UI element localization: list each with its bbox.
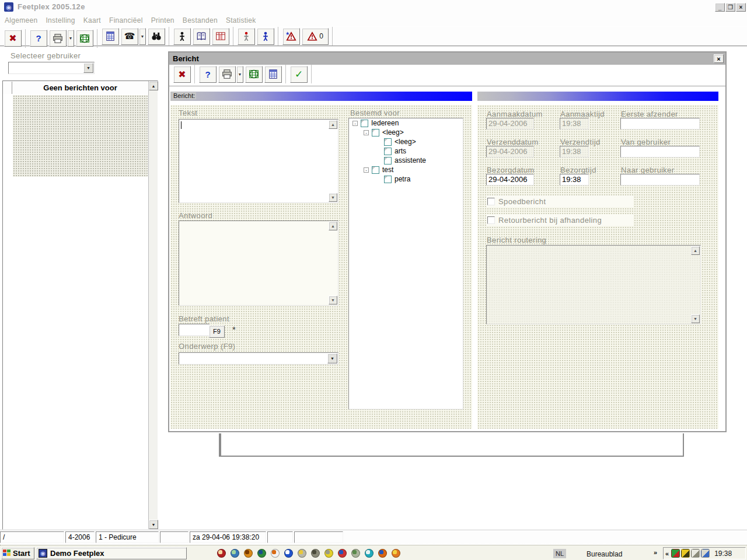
tree-item-leeg[interactable]: -<leeg> [349, 128, 463, 137]
user-combobox[interactable]: ▼ [8, 62, 95, 74]
help-button[interactable]: ? [199, 66, 217, 83]
language-indicator[interactable]: NL [553, 549, 566, 558]
bezorgdatum-field[interactable]: 29-04-2006 [486, 174, 534, 186]
person-blue-button[interactable] [257, 28, 274, 45]
table-button[interactable] [212, 28, 229, 45]
onderwerp-combobox[interactable]: ▼ [179, 352, 338, 365]
tree-item-arts[interactable]: arts [349, 146, 463, 156]
retourbericht-checkbox[interactable] [487, 216, 495, 224]
menu-item-statistiek[interactable]: Statistiek [226, 16, 256, 24]
exit-button[interactable]: ✖ [173, 66, 191, 83]
quicklaunch-icon-3[interactable] [244, 549, 253, 558]
tray-display-icon[interactable] [701, 549, 710, 558]
person-status-button[interactable] [238, 28, 255, 45]
desktop-toolbar-label[interactable]: Bureaublad [587, 550, 622, 558]
phone-button[interactable]: ☎ [121, 28, 138, 45]
chevron-left-icon[interactable]: « [665, 550, 669, 557]
scroll-up-icon[interactable]: ▲ [691, 246, 700, 255]
spoedbericht-checkbox[interactable] [487, 198, 495, 205]
quicklaunch-icon-9[interactable] [324, 549, 333, 558]
quicklaunch-icon-5[interactable] [271, 549, 280, 558]
chevron-down-icon[interactable]: ▼ [67, 30, 74, 47]
grid-button[interactable] [76, 30, 93, 47]
tree-collapse-icon[interactable]: - [352, 121, 358, 126]
tree-collapse-icon[interactable]: - [364, 130, 369, 135]
calc-button[interactable] [102, 28, 119, 45]
quicklaunch-icon-11[interactable] [351, 549, 360, 558]
scroll-up-icon[interactable]: ▲ [149, 81, 158, 90]
book-button[interactable] [193, 28, 210, 45]
tree-item-petra[interactable]: petra [349, 174, 463, 184]
tree-item-iedereen[interactable]: -Iedereen [349, 118, 463, 128]
naar-gebruiker-field[interactable] [620, 174, 700, 186]
start-button[interactable]: Start [1, 547, 34, 559]
quicklaunch-icon-4[interactable] [257, 549, 266, 558]
person-button[interactable] [173, 28, 191, 45]
menu-item-kaart[interactable]: Kaart [83, 16, 101, 24]
quicklaunch-icon-7[interactable] [298, 549, 306, 558]
chevron-down-icon[interactable]: ▼ [327, 354, 337, 363]
quicklaunch-icon-12[interactable] [365, 549, 374, 558]
quicklaunch-icon-14[interactable] [392, 549, 400, 558]
minimize-icon[interactable]: _ [715, 3, 725, 12]
chevron-down-icon[interactable]: ▼ [139, 28, 146, 45]
tree-checkbox[interactable] [372, 129, 379, 136]
antwoord-textarea[interactable]: ▲ ▼ [179, 220, 338, 306]
tree-checkbox[interactable] [361, 120, 368, 127]
quicklaunch-icon-1[interactable] [217, 549, 226, 558]
quicklaunch-icon-10[interactable] [338, 549, 347, 558]
patient-input[interactable] [179, 324, 210, 336]
scroll-down-icon[interactable]: ▼ [149, 520, 158, 529]
eerste-afzender-field[interactable] [620, 118, 700, 130]
scroll-up-icon[interactable]: ▲ [329, 120, 337, 129]
quicklaunch-icon-13[interactable] [378, 549, 387, 558]
menu-item-algemeen[interactable]: Algemeen [5, 16, 37, 24]
exit-button[interactable]: ✖ [4, 30, 22, 47]
bezorgtijd-field[interactable]: 19:38 [560, 174, 589, 186]
chevron-right-icon[interactable]: » [654, 549, 657, 556]
bericht-titlebar[interactable]: Bericht × [169, 52, 725, 65]
grid-button[interactable] [245, 66, 263, 83]
tree-collapse-icon[interactable]: - [364, 167, 369, 173]
chevron-down-icon[interactable]: ▼ [83, 63, 93, 73]
calc-button[interactable] [264, 66, 282, 83]
f9-button[interactable]: F9 [209, 326, 225, 338]
scroll-down-icon[interactable]: ▼ [329, 296, 337, 304]
tree-checkbox[interactable] [384, 138, 392, 146]
menu-item-instelling[interactable]: Instelling [46, 16, 75, 24]
warning-new-button[interactable] [282, 28, 300, 45]
search-button[interactable] [148, 28, 165, 45]
scroll-down-icon[interactable]: ▼ [329, 193, 337, 202]
close-icon[interactable]: × [736, 3, 746, 12]
tree-checkbox[interactable] [384, 157, 392, 164]
tree-item-test[interactable]: -test [349, 165, 463, 174]
quicklaunch-icon-2[interactable] [231, 549, 239, 558]
close-icon[interactable]: × [714, 54, 724, 63]
tree-checkbox[interactable] [384, 148, 392, 155]
taskbar-app-button[interactable]: ◉ Demo Feetplex [36, 547, 187, 559]
menu-item-printen[interactable]: Printen [151, 16, 174, 24]
message-list-scrollbar[interactable]: ▲ ▼ [148, 81, 158, 529]
check-button[interactable]: ✓ [290, 66, 308, 83]
print-button[interactable] [218, 66, 236, 83]
chevron-down-icon[interactable]: ▼ [236, 66, 243, 83]
scroll-down-icon[interactable]: ▼ [691, 314, 700, 323]
tray-document-icon[interactable] [691, 549, 700, 558]
restore-icon[interactable]: ❐ [725, 3, 735, 12]
tray-color-sphere-icon[interactable] [671, 549, 680, 558]
routering-textarea[interactable]: ▲ ▼ [486, 245, 701, 324]
message-list-header[interactable]: Geen berichten voor [12, 82, 148, 94]
help-button[interactable]: ? [30, 30, 47, 47]
quicklaunch-icon-8[interactable] [311, 549, 320, 558]
tree-item-assistente[interactable]: assistente [349, 156, 463, 165]
print-button[interactable] [49, 30, 67, 47]
scroll-up-icon[interactable]: ▲ [329, 222, 337, 230]
tekst-textarea[interactable]: ▲ ▼ [179, 119, 338, 203]
warning-button[interactable]: 0 [302, 28, 329, 45]
van-gebruiker-field[interactable] [620, 146, 700, 158]
tree-item-leeg[interactable]: <leeg> [349, 137, 463, 146]
tree-checkbox[interactable] [384, 176, 392, 183]
quicklaunch-icon-6[interactable] [284, 549, 293, 558]
tray-globe-icon[interactable] [681, 549, 690, 558]
tree-checkbox[interactable] [372, 166, 379, 174]
